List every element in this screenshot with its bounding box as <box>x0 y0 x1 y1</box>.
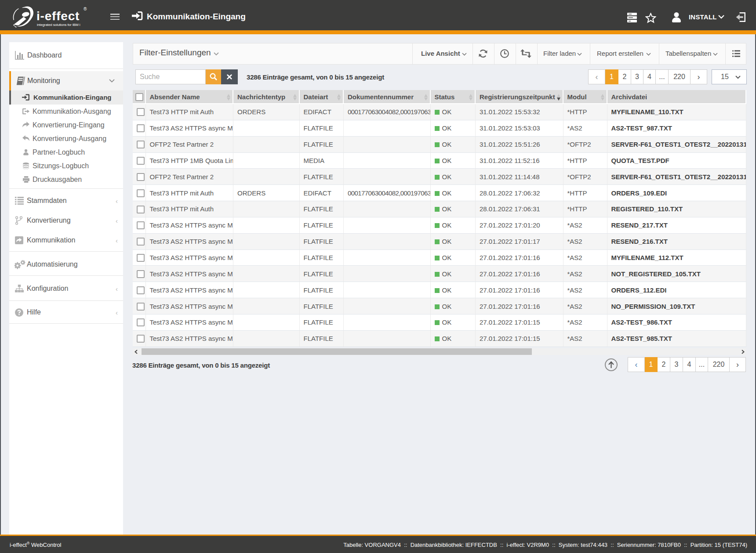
svg-text:integrated solutions for IBM i: integrated solutions for IBM i <box>37 23 80 27</box>
svg-text:®: ® <box>84 7 87 11</box>
svg-text:i-effect: i-effect <box>36 9 80 23</box>
